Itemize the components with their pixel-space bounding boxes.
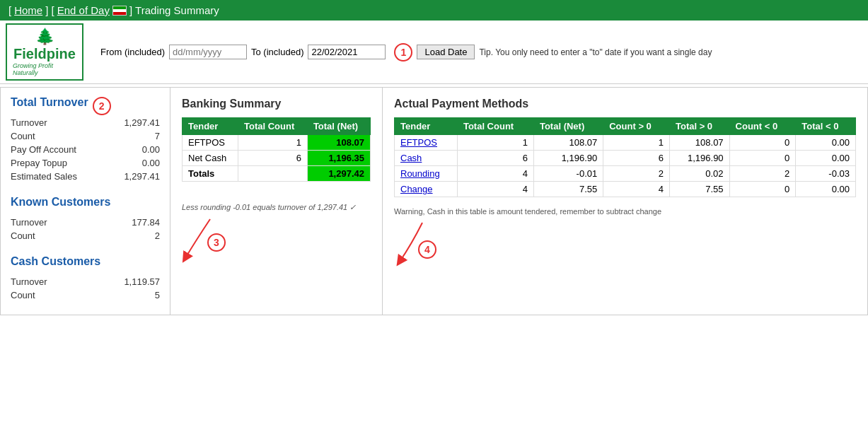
logo: 🌲 Fieldpine Growing Profit Naturally: [6, 23, 83, 81]
banking-heading: Banking Summary: [182, 98, 371, 110]
col-tender: Tender: [395, 118, 458, 135]
load-date-button[interactable]: Load Date: [417, 45, 475, 59]
table-row: EFTPOS 1 108.07: [183, 135, 371, 151]
end-of-day-link[interactable]: End of Day: [57, 4, 110, 16]
payment-table: Tender Total Count Total (Net) Count > 0…: [394, 117, 856, 197]
col-tender: Tender: [183, 118, 238, 135]
to-date-input[interactable]: [308, 45, 386, 59]
total-turnover-stats: Turnover 1,297.41 Count 7 Pay Off Accoun…: [11, 116, 160, 183]
table-row: Net Cash 6 1,196.35: [183, 151, 371, 166]
annotation-badge-1: 1: [394, 43, 412, 62]
col-count-lt0: Count < 0: [729, 118, 796, 135]
stat-row: Prepay Topup 0.00: [11, 156, 160, 170]
stat-row: Count 7: [11, 129, 160, 143]
stat-row: Turnover 177.84: [11, 216, 160, 229]
banking-panel: Banking Summary Tender Total Count Total…: [170, 88, 383, 315]
col-total-gt0: Total > 0: [669, 118, 729, 135]
table-row: Rounding 4 -0.01 2 0.02 2 -0.03: [395, 166, 856, 182]
main-content: Total Turnover 2 Turnover 1,297.41 Count…: [0, 87, 868, 315]
col-count-gt0: Count > 0: [603, 118, 670, 135]
stat-row: Count 5: [11, 288, 160, 302]
known-customers-heading: Known Customers: [11, 196, 160, 209]
from-label: From (included): [100, 47, 165, 57]
flag-icon: [112, 6, 127, 16]
col-total-count: Total Count: [238, 118, 307, 135]
payment-panel: Actual Payment Methods Tender Total Coun…: [383, 88, 867, 315]
left-panel: Total Turnover 2 Turnover 1,297.41 Count…: [1, 88, 170, 315]
col-total-lt0: Total < 0: [796, 118, 856, 135]
cash-link[interactable]: Cash: [400, 153, 422, 163]
rounding-link[interactable]: Rounding: [400, 168, 440, 179]
home-link[interactable]: Home: [14, 4, 42, 16]
payment-warning: Warning, Cash in this table is amount te…: [394, 207, 856, 216]
cash-customers-heading: Cash Customers: [11, 255, 160, 268]
tip-text: Tip. You only need to enter a "to" date …: [479, 47, 712, 57]
col-total-count: Total Count: [457, 118, 533, 135]
table-row: Change 4 7.55 4 7.55 0 0.00: [395, 182, 856, 197]
annotation-badge-4: 4: [418, 240, 436, 259]
tree-icon: 🌲: [35, 28, 54, 46]
table-row: Cash 6 1,196.90 6 1,196.90 0 0.00: [395, 151, 856, 166]
total-turnover-heading: Total Turnover: [11, 96, 88, 109]
stat-row: Estimated Sales 1,297.41: [11, 170, 160, 183]
eftpos-link[interactable]: EFTPOS: [400, 137, 437, 148]
stat-row: Turnover 1,119.57: [11, 275, 160, 288]
page-title: Trading Summary: [135, 4, 219, 16]
annotation-badge-3: 3: [207, 233, 226, 252]
right-panels: Banking Summary Tender Total Count Total…: [170, 88, 867, 315]
col-total-net: Total (Net): [533, 118, 603, 135]
from-date-input[interactable]: [169, 45, 247, 59]
table-row: EFTPOS 1 108.07 1 108.07 0 0.00: [395, 135, 856, 151]
table-row-totals: Totals 1,297.42: [183, 166, 371, 182]
tagline: Growing Profit Naturally: [13, 62, 76, 76]
banking-note: Less rounding -0.01 equals turnover of 1…: [182, 203, 371, 212]
col-total-net: Total (Net): [307, 118, 370, 135]
brand-name: Fieldpine: [13, 46, 76, 62]
banking-table: Tender Total Count Total (Net) EFTPOS 1 …: [182, 117, 371, 182]
filter-row: From (included) To (included) 1 Load Dat…: [95, 39, 862, 66]
to-label: To (included): [251, 47, 303, 57]
change-link[interactable]: Change: [400, 184, 433, 194]
stat-row: Count 2: [11, 229, 160, 242]
payment-heading: Actual Payment Methods: [394, 98, 856, 110]
stat-row: Pay Off Account 0.00: [11, 143, 160, 156]
nav-bar: [ Home ] [ End of Day ] Trading Summary: [0, 0, 868, 21]
stat-row: Turnover 1,297.41: [11, 116, 160, 129]
annotation-badge-2: 2: [93, 97, 111, 115]
